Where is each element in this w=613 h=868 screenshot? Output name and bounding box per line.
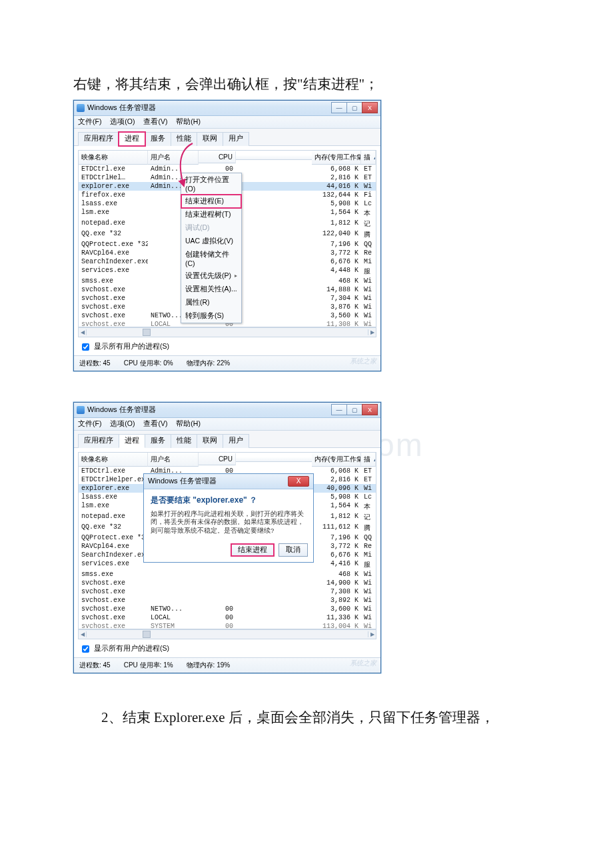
table-row[interactable]: svchost.exe3,892 KWi: [79, 596, 376, 605]
cell-desc: Wi: [361, 294, 376, 303]
col-cpu[interactable]: CPU: [199, 453, 236, 465]
menu-bar: 文件(F) 选项(O) 查看(V) 帮助(H): [74, 418, 380, 431]
tab-networking[interactable]: 联网: [197, 132, 223, 146]
cancel-button[interactable]: 取消: [279, 543, 308, 557]
table-header: 映像名称 用户名 CPU 内存(专用工作集) 描: [78, 452, 376, 467]
ctx-end-tree[interactable]: 结束进程树(T): [181, 208, 241, 221]
tab-services[interactable]: 服务: [145, 434, 171, 448]
cell-mem: 122,040 K: [312, 229, 361, 240]
cell-desc: Fi: [361, 191, 376, 199]
menu-view[interactable]: 查看(V): [143, 419, 167, 427]
dialog-titlebar[interactable]: Windows 任务管理器 X: [144, 474, 313, 489]
cell-desc: QQ: [361, 240, 376, 249]
close-button[interactable]: X: [362, 102, 378, 113]
menu-file[interactable]: 文件(F): [78, 419, 101, 427]
cell-name: lsass.exe: [79, 493, 148, 501]
cell-name: ETDCtrl.exe: [79, 165, 148, 173]
menu-view[interactable]: 查看(V): [143, 117, 167, 125]
ctx-debug: 调试(D): [181, 221, 241, 235]
maximize-button[interactable]: ▢: [346, 404, 362, 415]
minimize-button[interactable]: —: [331, 102, 347, 113]
tab-services[interactable]: 服务: [145, 132, 171, 146]
cell-name: SearchIndexer.exe: [79, 551, 148, 559]
cell-desc: Mi: [361, 551, 376, 559]
ctx-goto-service[interactable]: 转到服务(S): [181, 309, 241, 323]
col-mem[interactable]: 内存(专用工作集): [312, 151, 361, 165]
cell-desc: 服: [361, 266, 376, 277]
ctx-uac[interactable]: UAC 虚拟化(V): [181, 235, 241, 248]
context-menu: 打开文件位置(O) 结束进程(E) 结束进程树(T) 调试(D) UAC 虚拟化…: [181, 173, 242, 323]
end-process-button[interactable]: 结束进程: [231, 543, 275, 557]
table-row[interactable]: svchost.exeNETWO...003,600 KWi: [79, 605, 376, 613]
tab-users[interactable]: 用户: [223, 132, 249, 146]
table-row[interactable]: smss.exe468 KWi: [79, 570, 376, 579]
cell-desc: Wi: [361, 182, 376, 191]
cell-name: lsass.exe: [79, 199, 148, 208]
cell-user: LOCAL: [148, 613, 199, 622]
window-title: Windows 任务管理器: [87, 103, 156, 113]
tab-processes[interactable]: 进程: [119, 132, 145, 146]
menu-options[interactable]: 选项(O): [110, 419, 135, 427]
show-all-users-checkbox[interactable]: [82, 343, 89, 351]
col-name[interactable]: 映像名称: [79, 453, 148, 467]
tab-performance[interactable]: 性能: [171, 434, 197, 448]
cell-mem: 3,876 K: [312, 303, 361, 311]
menu-options[interactable]: 选项(O): [110, 117, 135, 125]
cell-user: [148, 570, 199, 579]
tab-apps[interactable]: 应用程序: [78, 434, 119, 448]
ctx-open-location[interactable]: 打开文件位置(O): [181, 173, 241, 195]
col-cpu[interactable]: CPU: [199, 151, 236, 163]
horizontal-scrollbar[interactable]: ◀ ▶: [78, 327, 376, 337]
menu-help[interactable]: 帮助(H): [176, 117, 201, 125]
cell-name: svchost.exe: [79, 285, 148, 294]
tab-performance[interactable]: 性能: [171, 132, 197, 146]
scroll-thumb[interactable]: [143, 329, 151, 336]
cell-desc: Wi: [361, 484, 376, 493]
table-row[interactable]: svchost.exeSYSTEM00113,004 KWi: [79, 622, 376, 629]
cell-name: svchost.exe: [79, 613, 148, 622]
maximize-button[interactable]: ▢: [346, 102, 362, 113]
minimize-button[interactable]: —: [331, 404, 347, 415]
col-user[interactable]: 用户名: [148, 453, 199, 467]
show-all-users-checkbox[interactable]: [82, 645, 89, 653]
col-desc[interactable]: 描: [361, 453, 376, 467]
scroll-left-icon[interactable]: ◀: [79, 631, 87, 637]
col-user[interactable]: 用户名: [148, 151, 199, 165]
cell-mem: 7,304 K: [312, 294, 361, 303]
status-bar: 进程数: 45 CPU 使用率: 0% 物理内存: 22% 系统之家: [74, 355, 380, 371]
tab-apps[interactable]: 应用程序: [78, 132, 119, 146]
cell-mem: 2,816 K: [312, 173, 361, 182]
horizontal-scrollbar[interactable]: ◀ ▶: [78, 629, 376, 639]
cell-mem: 1,564 K: [312, 501, 361, 512]
tab-users[interactable]: 用户: [223, 434, 249, 448]
scroll-right-icon[interactable]: ▶: [368, 329, 376, 335]
tab-processes[interactable]: 进程: [119, 434, 145, 448]
status-mem: 物理内存: 19%: [187, 661, 231, 670]
ctx-affinity[interactable]: 设置相关性(A)...: [181, 283, 241, 296]
tab-networking[interactable]: 联网: [197, 434, 223, 448]
titlebar[interactable]: Windows 任务管理器 — ▢ X: [74, 403, 380, 418]
cell-user: SYSTEM: [148, 622, 199, 629]
table-row[interactable]: svchost.exe14,900 KWi: [79, 579, 376, 587]
cell-mem: 3,772 K: [312, 542, 361, 551]
ctx-end-process[interactable]: 结束进程(E): [181, 195, 241, 208]
ctx-properties[interactable]: 属性(R): [181, 296, 241, 309]
scroll-left-icon[interactable]: ◀: [79, 329, 87, 335]
table-row[interactable]: svchost.exe7,308 KWi: [79, 587, 376, 596]
menu-help[interactable]: 帮助(H): [176, 419, 201, 427]
scroll-thumb[interactable]: [143, 631, 151, 638]
dialog-close-button[interactable]: X: [288, 476, 309, 487]
ctx-dump[interactable]: 创建转储文件(C): [181, 248, 241, 269]
cell-desc: Re: [361, 249, 376, 257]
cell-desc: Wi: [361, 303, 376, 311]
ctx-priority[interactable]: 设置优先级(P): [181, 269, 241, 283]
col-name[interactable]: 映像名称: [79, 151, 148, 165]
cell-name: svchost.exe: [79, 311, 148, 320]
col-mem[interactable]: 内存(专用工作集): [312, 453, 361, 467]
scroll-right-icon[interactable]: ▶: [368, 631, 376, 637]
table-row[interactable]: svchost.exeLOCAL0011,336 KWi: [79, 613, 376, 622]
col-desc[interactable]: 描: [361, 151, 376, 165]
titlebar[interactable]: Windows 任务管理器 — ▢ X: [74, 101, 380, 116]
menu-file[interactable]: 文件(F): [78, 117, 101, 125]
close-button[interactable]: X: [362, 404, 378, 415]
